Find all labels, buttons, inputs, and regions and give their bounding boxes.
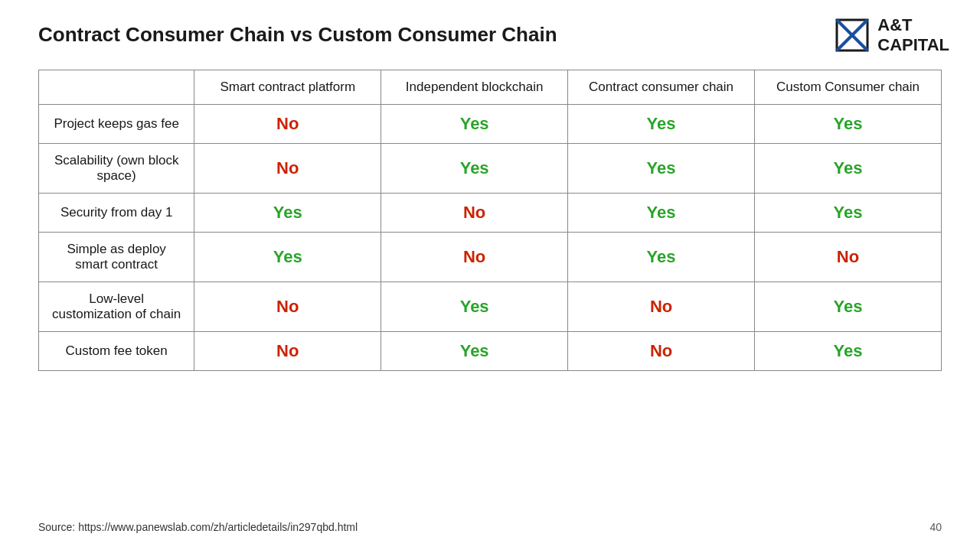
comparison-table: Smart contract platform Independent bloc… <box>38 70 942 371</box>
cell-0-0: No <box>194 105 381 144</box>
col-header-custom-consumer: Custom Consumer chain <box>755 70 942 105</box>
cell-1-3: Yes <box>755 144 942 194</box>
cell-3-0: Yes <box>194 233 381 282</box>
table-row: Scalability (own block space)NoYesYesYes <box>39 144 942 194</box>
row-label-5: Custom fee token <box>39 332 194 371</box>
row-label-4: Low-level customization of chain <box>39 282 194 332</box>
logo-text: A&T CAPITAL <box>877 15 949 56</box>
row-label-0: Project keeps gas fee <box>39 105 194 144</box>
cell-0-2: Yes <box>568 105 755 144</box>
cell-2-1: No <box>381 194 568 233</box>
col-header-contract-consumer: Contract consumer chain <box>568 70 755 105</box>
cell-3-1: No <box>381 233 568 282</box>
cell-3-2: Yes <box>568 233 755 282</box>
row-label-3: Simple as deploy smart contract <box>39 233 194 282</box>
page-number: 40 <box>929 521 942 533</box>
cell-5-1: Yes <box>381 332 568 371</box>
cell-4-2: No <box>568 282 755 332</box>
cell-2-3: Yes <box>755 194 942 233</box>
cell-4-0: No <box>194 282 381 332</box>
cell-1-2: Yes <box>568 144 755 194</box>
source-text: Source: https://www.panewslab.com/zh/art… <box>38 521 358 533</box>
cell-3-3: No <box>755 233 942 282</box>
cell-1-0: No <box>194 144 381 194</box>
cell-4-1: Yes <box>381 282 568 332</box>
table-row: Custom fee tokenNoYesNoYes <box>39 332 942 371</box>
row-label-1: Scalability (own block space) <box>39 144 194 194</box>
page-title: Contract Consumer Chain vs Custom Consum… <box>38 23 942 47</box>
cell-5-2: No <box>568 332 755 371</box>
cell-4-3: Yes <box>755 282 942 332</box>
table-header-row: Smart contract platform Independent bloc… <box>39 70 942 105</box>
col-header-independent: Independent blockchain <box>381 70 568 105</box>
cell-2-2: Yes <box>568 194 755 233</box>
logo-container: A&T CAPITAL <box>833 15 949 56</box>
table-row: Low-level customization of chainNoYesNoY… <box>39 282 942 332</box>
row-label-2: Security from day 1 <box>39 194 194 233</box>
cell-2-0: Yes <box>194 194 381 233</box>
col-header-empty <box>39 70 194 105</box>
cell-5-3: Yes <box>755 332 942 371</box>
table-row: Security from day 1YesNoYesYes <box>39 194 942 233</box>
cell-5-0: No <box>194 332 381 371</box>
logo-icon <box>833 16 871 54</box>
table-row: Project keeps gas feeNoYesYesYes <box>39 105 942 144</box>
col-header-smart-contract: Smart contract platform <box>194 70 381 105</box>
page-container: Contract Consumer Chain vs Custom Consum… <box>0 0 980 550</box>
cell-1-1: Yes <box>381 144 568 194</box>
table-row: Simple as deploy smart contractYesNoYesN… <box>39 233 942 282</box>
cell-0-1: Yes <box>381 105 568 144</box>
cell-0-3: Yes <box>755 105 942 144</box>
